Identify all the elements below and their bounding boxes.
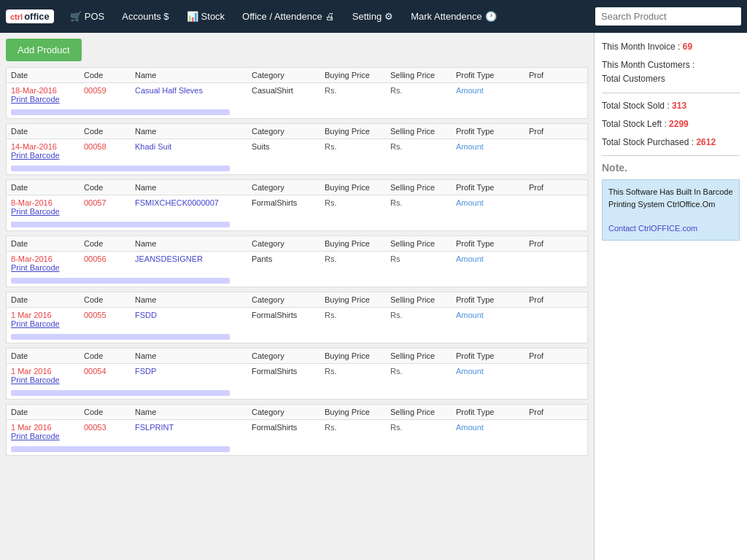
note-contact: Contact CtrlOFFICE.com — [608, 224, 697, 233]
nav-accounts[interactable]: Accounts $ — [115, 7, 176, 26]
print-barcode-link[interactable]: Print Barcode — [11, 319, 84, 328]
table-row: 8-Mar-2016Print Barcode00057FSMIXCHECK00… — [7, 195, 587, 219]
divider-2 — [602, 155, 740, 156]
name-cell: Casual Half Sleves — [135, 86, 252, 95]
nav-setting-label: Setting — [352, 11, 382, 22]
right-panel: This Month Invoice : 69 This Month Custo… — [594, 33, 747, 560]
table-header-row: DateCodeNameCategoryBuying PriceSelling … — [7, 236, 587, 252]
total-stock-purchased-label: Total Stock Purchased : — [602, 137, 694, 147]
col-header-prof: Prof — [529, 183, 573, 192]
date-cell: 1 Mar 2016Print Barcode — [11, 423, 84, 440]
col-header-selling_price: Selling Price — [390, 71, 456, 79]
progress-bar-wrap — [7, 163, 587, 174]
col-header-date: Date — [11, 71, 84, 79]
total-stock-left-label: Total Stock Left : — [602, 119, 667, 129]
col-header-buying_price: Buying Price — [325, 127, 390, 136]
table-header-row: DateCodeNameCategoryBuying PriceSelling … — [7, 68, 587, 83]
col-header-selling_price: Selling Price — [390, 183, 456, 192]
nav-mark-attendence[interactable]: Mark Attendence 🕐 — [403, 7, 504, 26]
selling-price-cell: Rs. — [390, 367, 456, 376]
product-block: DateCodeNameCategoryBuying PriceSelling … — [6, 179, 588, 231]
table-row: 1 Mar 2016Print Barcode00054FSDPFormalSh… — [7, 364, 587, 387]
category-cell: FormalShirts — [252, 423, 325, 432]
selling-price-cell: Rs. — [390, 423, 456, 432]
col-header-selling_price: Selling Price — [390, 239, 456, 248]
col-header-buying_price: Buying Price — [325, 239, 390, 248]
date-cell: 18-Mar-2016Print Barcode — [11, 86, 84, 104]
col-header-category: Category — [252, 351, 325, 360]
nav-pos[interactable]: 🛒 POS — [63, 7, 112, 26]
pos-icon: 🛒 — [70, 11, 82, 22]
col-header-profit_type: Profit Type — [456, 239, 529, 248]
col-header-name: Name — [135, 71, 252, 79]
logo-ctrl-text: ctrl — [10, 12, 23, 21]
print-barcode-link[interactable]: Print Barcode — [11, 263, 84, 272]
category-cell: Suits — [252, 142, 325, 151]
print-barcode-link[interactable]: Print Barcode — [11, 432, 84, 440]
buying-price-cell: Rs. — [325, 254, 390, 263]
col-header-buying_price: Buying Price — [325, 408, 390, 416]
print-barcode-link[interactable]: Print Barcode — [11, 376, 84, 384]
profit-type-cell: Amount — [456, 198, 529, 207]
category-cell: Pants — [252, 254, 325, 263]
print-barcode-link[interactable]: Print Barcode — [11, 207, 84, 216]
date-cell: 8-Mar-2016Print Barcode — [11, 198, 84, 216]
buying-price-cell: Rs. — [325, 198, 390, 207]
col-header-prof: Prof — [529, 295, 573, 304]
col-header-prof: Prof — [529, 408, 573, 416]
progress-bar — [11, 166, 230, 171]
print-barcode-link[interactable]: Print Barcode — [11, 95, 84, 104]
add-product-button[interactable]: Add Product — [6, 39, 82, 61]
progress-bar-wrap — [7, 387, 587, 399]
table-header-row: DateCodeNameCategoryBuying PriceSelling … — [7, 405, 587, 420]
product-block: DateCodeNameCategoryBuying PriceSelling … — [6, 123, 588, 175]
col-header-name: Name — [135, 408, 252, 416]
col-header-profit_type: Profit Type — [456, 183, 529, 192]
profit-type-cell: Amount — [456, 423, 529, 432]
col-header-code: Code — [84, 295, 135, 304]
col-header-prof: Prof — [529, 351, 573, 360]
print-barcode-link[interactable]: Print Barcode — [11, 151, 84, 160]
table-row: 14-Mar-2016Print Barcode00058Khadi SuitS… — [7, 139, 587, 163]
progress-bar — [11, 222, 230, 228]
nav-stock-label: Stock — [201, 11, 225, 22]
col-header-date: Date — [11, 239, 84, 248]
col-header-code: Code — [84, 71, 135, 79]
col-header-category: Category — [252, 239, 325, 248]
nav-setting[interactable]: Setting ⚙ — [345, 7, 400, 26]
note-body: This Software Has Built In Barcode Print… — [608, 187, 733, 209]
profit-type-cell: Amount — [456, 254, 529, 263]
table-row: 1 Mar 2016Print Barcode00053FSLPRINTForm… — [7, 420, 587, 443]
nav-stock[interactable]: 📊 Stock — [179, 7, 233, 26]
col-header-date: Date — [11, 183, 84, 192]
main-container: Add Product DateCodeNameCategoryBuying P… — [0, 33, 747, 560]
this-month-invoice-label: This Month Invoice : — [602, 42, 680, 52]
progress-bar — [11, 334, 230, 340]
search-input[interactable] — [595, 7, 741, 26]
nav-pos-label: POS — [85, 11, 104, 22]
total-stock-sold-stat: Total Stock Sold : 313 — [602, 99, 740, 113]
code-cell: 00053 — [84, 423, 135, 432]
total-customers-label: Total Customers — [602, 74, 665, 84]
col-header-name: Name — [135, 127, 252, 136]
total-stock-purchased-val: 2612 — [696, 137, 716, 147]
category-cell: FormalShirts — [252, 311, 325, 319]
left-panel: Add Product DateCodeNameCategoryBuying P… — [0, 33, 594, 560]
col-header-buying_price: Buying Price — [325, 183, 390, 192]
profit-type-cell: Amount — [456, 86, 529, 95]
col-header-profit_type: Profit Type — [456, 351, 529, 360]
col-header-selling_price: Selling Price — [390, 408, 456, 416]
table-header-row: DateCodeNameCategoryBuying PriceSelling … — [7, 180, 587, 195]
col-header-date: Date — [11, 351, 84, 360]
progress-bar-wrap — [7, 219, 587, 230]
nav-office[interactable]: Office / Attendence 🖨 — [235, 7, 342, 26]
logo-office-text: office — [24, 11, 50, 22]
profit-type-cell: Amount — [456, 311, 529, 319]
col-header-name: Name — [135, 351, 252, 360]
buying-price-cell: Rs. — [325, 423, 390, 432]
table-row: 18-Mar-2016Print Barcode00059Casual Half… — [7, 83, 587, 106]
col-header-selling_price: Selling Price — [390, 295, 456, 304]
progress-bar — [11, 446, 230, 452]
total-stock-sold-label: Total Stock Sold : — [602, 101, 670, 111]
this-month-customers-label: This Month Customers : — [602, 60, 694, 70]
